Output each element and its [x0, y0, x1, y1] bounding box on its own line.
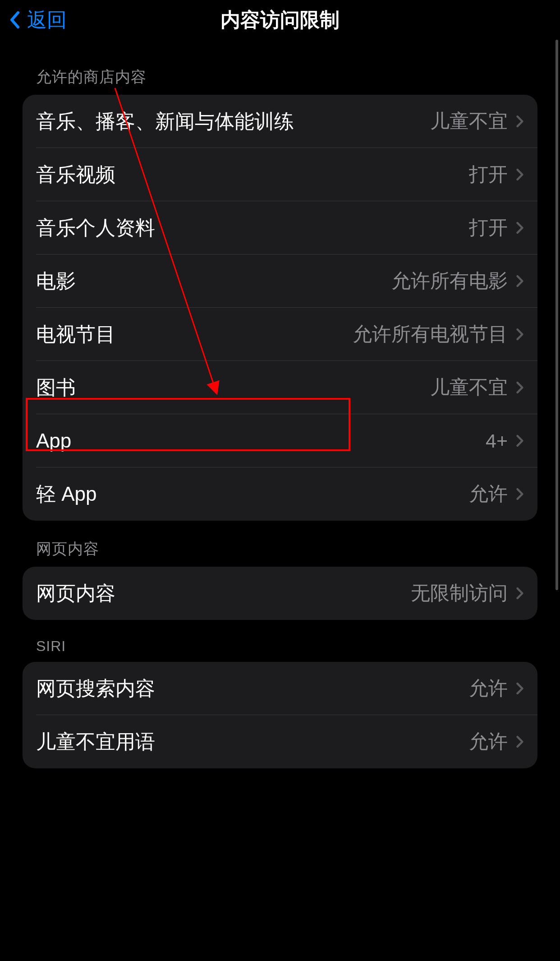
- row-label: 电视节目: [36, 321, 115, 348]
- settings-group-web-content: 网页内容 无限制访问: [23, 567, 537, 620]
- row-value: 允许所有电影: [391, 268, 508, 294]
- chevron-right-icon: [516, 328, 524, 341]
- row-music-profile[interactable]: 音乐个人资料 打开: [23, 201, 537, 254]
- chevron-right-icon: [516, 587, 524, 600]
- section-header-store-content: 允许的商店内容: [23, 49, 537, 95]
- settings-group-store-content: 音乐、播客、新闻与体能训练 儿童不宜 音乐视频 打开 音乐个人资料 打开 电影 …: [23, 95, 537, 521]
- row-value: 儿童不宜: [430, 374, 508, 401]
- chevron-right-icon: [516, 274, 524, 288]
- section-header-web-content: 网页内容: [23, 521, 537, 567]
- row-value: 打开: [469, 215, 508, 241]
- row-value: 允许所有电视节目: [353, 321, 508, 347]
- row-app[interactable]: App 4+: [23, 414, 537, 467]
- row-label: 音乐视频: [36, 162, 115, 188]
- row-value: 允许: [469, 675, 508, 702]
- row-music-videos[interactable]: 音乐视频 打开: [23, 148, 537, 201]
- back-label: 返回: [27, 7, 67, 33]
- settings-group-siri: 网页搜索内容 允许 儿童不宜用语 允许: [23, 662, 537, 768]
- row-books[interactable]: 图书 儿童不宜: [23, 361, 537, 414]
- row-label: 网页搜索内容: [36, 675, 155, 702]
- row-app-clips[interactable]: 轻 App 允许: [23, 467, 537, 521]
- row-web-content[interactable]: 网页内容 无限制访问: [23, 567, 537, 620]
- row-label: 儿童不宜用语: [36, 729, 155, 755]
- chevron-left-icon: [9, 10, 20, 29]
- row-label: 音乐、播客、新闻与体能训练: [36, 108, 294, 135]
- chevron-right-icon: [516, 682, 524, 695]
- row-value: 无限制访问: [411, 580, 508, 606]
- row-label: 轻 App: [36, 481, 97, 508]
- chevron-right-icon: [516, 434, 524, 448]
- scrollbar-track: [555, 40, 558, 590]
- row-value: 4+: [486, 430, 508, 452]
- row-explicit-language[interactable]: 儿童不宜用语 允许: [23, 715, 537, 768]
- row-web-search-content[interactable]: 网页搜索内容 允许: [23, 662, 537, 715]
- row-label: App: [36, 430, 71, 452]
- navigation-header: 返回 内容访问限制: [0, 0, 560, 40]
- section-header-siri: SIRI: [23, 620, 537, 662]
- chevron-right-icon: [516, 487, 524, 501]
- row-label: 电影: [36, 268, 76, 295]
- chevron-right-icon: [516, 381, 524, 394]
- row-label: 音乐个人资料: [36, 215, 155, 241]
- row-label: 图书: [36, 374, 76, 401]
- chevron-right-icon: [516, 168, 524, 181]
- chevron-right-icon: [516, 115, 524, 128]
- row-value: 儿童不宜: [430, 108, 508, 134]
- row-value: 允许: [469, 729, 508, 755]
- row-label: 网页内容: [36, 580, 115, 607]
- chevron-right-icon: [516, 221, 524, 235]
- back-button[interactable]: 返回: [9, 7, 67, 33]
- row-movies[interactable]: 电影 允许所有电影: [23, 254, 537, 308]
- page-title: 内容访问限制: [220, 7, 340, 33]
- row-value: 打开: [469, 162, 508, 188]
- chevron-right-icon: [516, 735, 524, 748]
- row-tv-shows[interactable]: 电视节目 允许所有电视节目: [23, 308, 537, 361]
- row-value: 允许: [469, 481, 508, 507]
- settings-scroll-area[interactable]: 允许的商店内容 音乐、播客、新闻与体能训练 儿童不宜 音乐视频 打开 音乐个人资…: [0, 49, 560, 961]
- row-music-podcasts-news-fitness[interactable]: 音乐、播客、新闻与体能训练 儿童不宜: [23, 95, 537, 148]
